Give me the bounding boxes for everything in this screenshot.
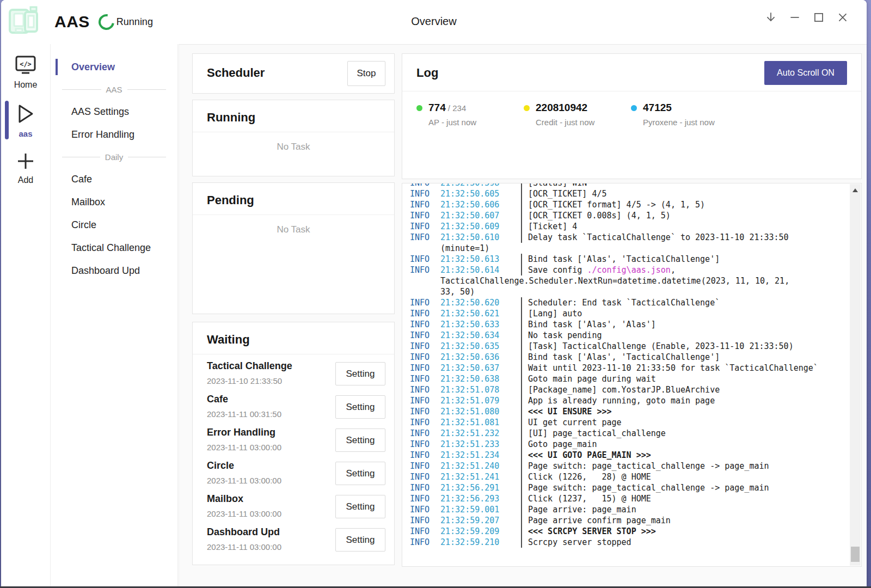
log-timestamp: 21:32:50.633	[440, 319, 521, 330]
log-timestamp: 21:32:50.609	[440, 221, 521, 232]
sidebar-item-overview[interactable]: Overview	[51, 56, 177, 78]
scroll-up-arrow-icon[interactable]	[852, 188, 858, 192]
log-separator	[521, 526, 522, 537]
maximize-button[interactable]	[807, 7, 831, 30]
log-console[interactable]: INFO21:32:50.598[Status] WININFO21:32:50…	[402, 183, 862, 567]
log-separator	[521, 363, 522, 373]
log-separator	[521, 199, 522, 210]
log-entry: INFO21:32:51.078[Package_name] com.Yosta…	[410, 384, 838, 395]
setting-button-cafe[interactable]: Setting	[335, 395, 385, 419]
log-separator	[521, 537, 522, 548]
setting-button-tactical-challenge[interactable]: Setting	[335, 362, 385, 385]
log-entry-wrap: (minute=1)	[410, 243, 838, 254]
stat-label: Credit - just now	[536, 118, 594, 127]
log-message: No task pending	[528, 330, 602, 341]
log-level: INFO	[410, 417, 440, 428]
log-level: INFO	[410, 183, 440, 188]
log-level-spacer	[410, 286, 440, 297]
log-timestamp: 21:32:50.606	[440, 199, 521, 210]
log-separator	[521, 504, 522, 515]
sidebar-item-error-handling[interactable]: Error Handling	[51, 123, 177, 146]
divider	[193, 354, 394, 354]
rail-item-aas[interactable]: aas	[1, 99, 50, 142]
scrollbar-thumb[interactable]	[851, 547, 860, 562]
log-separator	[521, 308, 522, 319]
log-entry: INFO21:32:50.636Bind task ['Alas', 'Tact…	[410, 352, 838, 363]
log-level: INFO	[410, 308, 440, 319]
log-entry: INFO21:32:51.241Click (1226, 28) @ HOME	[410, 471, 838, 482]
log-entry: INFO21:32:50.635[Task] TacticalChallenge…	[410, 341, 838, 352]
setting-button-circle[interactable]: Setting	[335, 462, 385, 485]
log-level: INFO	[410, 537, 440, 548]
log-timestamp: 21:32:56.291	[440, 482, 521, 493]
sidebar-item-aas-settings[interactable]: AAS Settings	[51, 100, 177, 123]
log-level: INFO	[410, 406, 440, 417]
log-separator	[521, 439, 522, 450]
log-separator	[521, 183, 522, 188]
waiting-task-row: Dashboard Upd2023-11-11 03:00:00Setting	[193, 525, 394, 559]
log-entry: INFO21:32:50.609[Ticket] 4	[410, 221, 838, 232]
play-icon	[16, 103, 35, 127]
log-level: INFO	[410, 254, 440, 265]
minimize-button[interactable]	[783, 7, 807, 30]
log-separator	[521, 188, 522, 199]
setting-button-mailbox[interactable]: Setting	[335, 495, 385, 518]
auto-scroll-toggle[interactable]: Auto Scroll ON	[764, 61, 847, 85]
log-level-spacer	[410, 275, 440, 286]
log-timestamp: 21:32:50.636	[440, 352, 521, 363]
sidebar-item-label: Overview	[71, 62, 115, 73]
close-icon	[836, 11, 849, 26]
sidebar-item-mailbox[interactable]: Mailbox	[51, 191, 177, 213]
stat-label: Pyroxene - just now	[643, 118, 715, 127]
log-message: <<< UI ENSURE >>>	[528, 406, 612, 417]
sidebar-item-label: Mailbox	[71, 197, 105, 208]
waiting-task-row: Error Handling2023-11-11 03:00:00Setting	[193, 426, 394, 459]
log-message: Bind task ['Alas', 'Alas']	[528, 319, 656, 330]
log-message: [Ticket] 4	[528, 221, 577, 232]
log-entry: INFO21:32:50.637Wait until 2023-11-10 21…	[410, 363, 838, 373]
hide-to-tray-button[interactable]	[759, 7, 783, 30]
sidebar-item-cafe[interactable]: Cafe	[51, 168, 177, 191]
running-title: Running	[193, 100, 394, 132]
log-level: INFO	[410, 363, 440, 373]
log-entry: INFO21:32:50.613Bind task ['Alas', 'Tact…	[410, 254, 838, 265]
app-window: AAS Running Overview </>HomeaasAdd Overv…	[1, 0, 867, 586]
log-message-continuation: TacticalChallenge.Scheduler.NextRun=date…	[440, 275, 789, 286]
waiting-task-row: Circle2023-11-11 03:00:00Setting	[193, 459, 394, 492]
log-separator	[521, 254, 522, 265]
log-level: INFO	[410, 265, 440, 275]
log-level: INFO	[410, 526, 440, 537]
log-separator	[521, 515, 522, 526]
log-scrollbar[interactable]	[850, 184, 861, 566]
stat-pyroxene: 47125Pyroxene - just now	[631, 102, 738, 127]
nav-section-label: Daily	[105, 152, 123, 162]
log-level: INFO	[410, 493, 440, 504]
close-button[interactable]	[831, 7, 855, 30]
active-indicator	[56, 59, 58, 75]
log-message: <<< SCRCPY SERVER STOP >>>	[528, 526, 656, 537]
log-entry: INFO21:32:56.293Click (1237, 15) @ HOME	[410, 493, 838, 504]
log-entry: INFO21:32:50.620Scheduler: End task `Tac…	[410, 297, 838, 308]
nav-section-label: AAS	[106, 85, 122, 94]
log-level: INFO	[410, 439, 440, 450]
sidebar-item-dashboard-upd[interactable]: Dashboard Upd	[51, 259, 177, 282]
waiting-task-list: Tactical Challenge2023-11-10 21:33:50Set…	[193, 359, 394, 559]
rail-item-home[interactable]: </>Home	[1, 51, 50, 93]
log-message: Page arrive confirm page_main	[528, 515, 671, 526]
stop-button[interactable]: Stop	[347, 61, 385, 86]
window-controls	[759, 7, 855, 30]
rail-item-add[interactable]: Add	[1, 147, 50, 188]
pending-title: Pending	[193, 183, 394, 215]
log-separator	[521, 297, 522, 308]
sidebar-item-circle[interactable]: Circle	[51, 213, 177, 236]
log-message: UI get current page	[528, 417, 622, 428]
setting-button-dashboard-upd[interactable]: Setting	[335, 528, 385, 552]
waiting-task-row: Cafe2023-11-11 00:31:50Setting	[193, 393, 394, 426]
log-entry: INFO21:32:50.638Goto main page during wa…	[410, 373, 838, 384]
log-entry-wrap: 33, 50)	[410, 286, 838, 297]
rail-item-label: aas	[19, 129, 32, 138]
setting-button-error-handling[interactable]: Setting	[335, 428, 385, 452]
sidebar-item-label: Error Handling	[71, 129, 134, 140]
sidebar-item-tactical-challenge[interactable]: Tactical Challenge	[51, 236, 177, 259]
log-timestamp: 21:32:50.621	[440, 308, 521, 319]
